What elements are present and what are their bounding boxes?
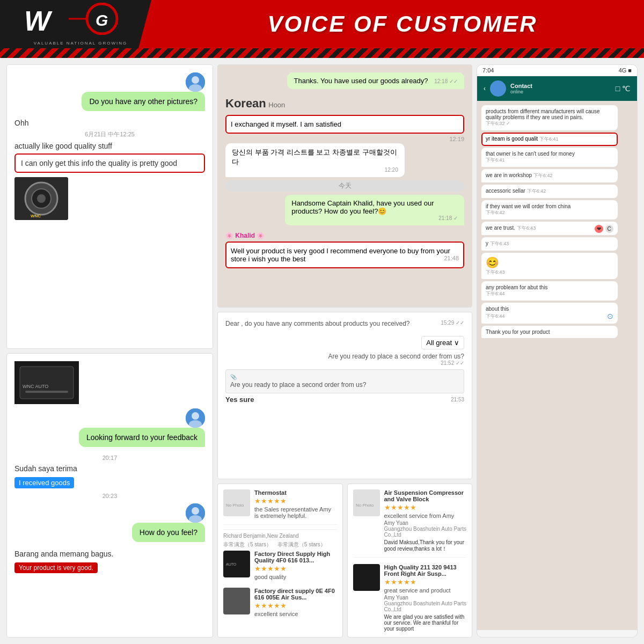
- korean-name: Korean: [225, 97, 266, 110]
- svg-point-20: [192, 507, 199, 515]
- svg-text:WNC AUTO: WNC AUTO: [23, 384, 48, 389]
- svg-text:G: G: [96, 11, 108, 29]
- today-label: 今天: [225, 180, 464, 192]
- review-company-right-1: Guangzhou Boashutein Auto Parts Co.,Ltd: [384, 526, 467, 538]
- phone-avatar: [490, 80, 506, 97]
- send-icon[interactable]: ⊙: [607, 312, 613, 320]
- review-content-2: Factory Direct Supply High Quality 4F0 6…: [254, 551, 337, 581]
- emoji-smiley: 😊: [486, 256, 613, 269]
- fb-msg-box: 📎 Are you ready to place a second order …: [225, 369, 464, 393]
- review-content-1: Thermostat ★★★★★ the Sales representativ…: [254, 489, 337, 520]
- stars-3: ★★★★★: [254, 602, 337, 610]
- phone-contact-sub: online: [510, 89, 611, 94]
- phone-time-3: 下午6:42: [533, 173, 553, 178]
- wa-time-satisfied: 12:19: [225, 136, 464, 142]
- phone-msg-2: that owner is he can't used for money 下午…: [481, 148, 618, 167]
- svg-point-10: [37, 194, 46, 203]
- phone-status-bar: 7:04 4G ■: [477, 65, 637, 76]
- avatar-top: [186, 72, 205, 92]
- right-column: 7:04 4G ■ ‹ Contact online □ ℃ products …: [477, 64, 638, 638]
- text-barang: Barang anda memang bagus.: [14, 550, 205, 558]
- chat-panel-bottom: WNC AUTO Looking forward to your feedbac…: [6, 353, 213, 638]
- timestamp-bottom1: 20:17: [14, 455, 205, 461]
- review-author-right-1: Amy Yuan: [384, 520, 467, 526]
- bubble-feel: How do you feel?: [132, 523, 205, 542]
- fb-question2-right: Are you ready to place a second order fr…: [225, 353, 464, 366]
- main-content: Do you have any other pictures? Ohh 6月21…: [0, 58, 644, 644]
- review-panel-right: No Photo Air Suspension Compressor and V…: [347, 484, 473, 638]
- phone-signal: 4G ■: [619, 67, 632, 74]
- phone-time-problem: 下午6:44: [486, 290, 613, 297]
- header: W G VALUABLE NATIONAL GROWING VOICE OF C…: [0, 0, 644, 48]
- product-image-2: WNC AUTO: [14, 361, 79, 404]
- stars-right-1: ★★★★★: [384, 503, 467, 511]
- logo-subtitle: VALUABLE NATIONAL GROWING: [21, 41, 140, 46]
- wa-sender-khalid: 🌸 Khalid 🌸: [225, 232, 464, 239]
- phone-contact-info: Contact online: [510, 83, 611, 94]
- svg-point-17: [192, 412, 199, 420]
- product-image: WNC: [14, 177, 68, 220]
- phone-msg-6: we are trust. 下午6:43 ❤ C: [481, 222, 618, 235]
- review-reply-right-1: David Maksud,Thank you for your good rev…: [384, 539, 467, 553]
- phone-time-2: 下午6:41: [486, 157, 613, 164]
- fb-time-q1: 15:29 ✓✓: [441, 320, 464, 326]
- reaction-icons: ❤ C: [595, 225, 613, 233]
- review-panel-left: No Photo Thermostat ★★★★★ the Sales repr…: [217, 484, 343, 638]
- logo-area: W G VALUABLE NATIONAL GROWING: [0, 0, 161, 48]
- review-company-right-2: Guangzhou Boashutein Auto Parts Co.,Ltd: [384, 601, 467, 612]
- fb-time-answer: 21:53: [451, 397, 464, 402]
- stars-right-2: ★★★★★: [384, 578, 467, 586]
- text-quality: actually like good quality stuff: [14, 142, 205, 150]
- highlighted-product-good: Your product is very good.: [14, 562, 98, 573]
- review-reply-right-2: We are glad you are satisfied with our s…: [384, 614, 467, 632]
- svg-text:No Photo: No Photo: [356, 503, 374, 508]
- phone-icons: □ ℃: [616, 84, 631, 93]
- page-title: VOICE OF CUSTOMER: [268, 11, 538, 37]
- review-thumb-right-2: [353, 564, 380, 591]
- phone-time-1: 下午6:32 ✓: [486, 120, 613, 127]
- phone-msg-thank: Thank you for your product: [481, 326, 618, 338]
- left-column: Do you have any other pictures? Ohh 6月21…: [6, 64, 213, 638]
- logo-text: W G: [21, 3, 140, 40]
- phone-time-emoji: 下午6:43: [486, 269, 613, 276]
- bubble-feedback: Looking forward to your feedback: [79, 428, 205, 447]
- phone-panel: 7:04 4G ■ ‹ Contact online □ ℃ products …: [477, 64, 638, 638]
- review-product-3: Factory direct supply 0E 4F0 616 005E Ai…: [254, 588, 337, 601]
- phone-time-6: 下午6:43: [517, 225, 536, 231]
- svg-text:No Photo: No Photo: [226, 503, 244, 508]
- phone-msg-y: у 下午6:43: [481, 237, 618, 251]
- text-sudah: Sudah saya terima: [14, 464, 205, 473]
- wa-highlighted-satisfied: I exchanged it myself. I am satisfied: [225, 115, 464, 134]
- review-item-right-2: High Quality 211 320 9413 Front Right Ai…: [353, 562, 467, 632]
- header-title-area: VOICE OF CUSTOMER: [161, 0, 644, 48]
- fb-answer-row: Yes sure 21:53: [225, 396, 464, 404]
- stars-1: ★★★★★: [254, 497, 337, 505]
- phone-msg-about: about this 下午6:44 ⊙: [481, 303, 618, 324]
- wa-msg-used-goods: Thanks. You have used our goods already?…: [287, 72, 464, 89]
- reviews-row: No Photo Thermostat ★★★★★ the Sales repr…: [217, 484, 472, 638]
- fb-question1: Dear , do you have any comments about pr…: [225, 320, 410, 327]
- phone-msg-4: accessoric sellar 下午6:42: [481, 185, 618, 198]
- phone-time-5: 下午6:42: [486, 209, 613, 216]
- review-product-right-1: Air Suspension Compressor and Valve Bloc…: [384, 489, 467, 502]
- review-text-1: the Sales representative Amy is extremel…: [254, 506, 337, 519]
- review-content-right-1: Air Suspension Compressor and Valve Bloc…: [384, 489, 467, 553]
- highlighted-info: I can only get this info the quality is …: [14, 153, 205, 173]
- fb-dropdown[interactable]: All great ∨: [421, 336, 464, 349]
- review-text-3: excellent service: [254, 611, 337, 617]
- svg-rect-15: [25, 391, 68, 393]
- svg-text:WNC: WNC: [31, 214, 41, 218]
- fb-answer-right: All great ∨: [225, 336, 464, 349]
- stars-2: ★★★★★: [254, 565, 337, 573]
- back-icon[interactable]: ‹: [484, 85, 486, 92]
- wa-msg-captain: Handsome Captain Khalid, have you used o…: [285, 195, 464, 225]
- review-product-2: Factory Direct Supply High Quality 4F0 6…: [254, 551, 337, 564]
- review-service: 非常满意（5 stars） 非常满意（5 stars）: [223, 541, 337, 548]
- avatar-bottom2: [186, 503, 205, 523]
- phone-time: 7:04: [482, 67, 494, 74]
- review-text-right-2: great service and product: [384, 587, 467, 594]
- svg-point-5: [192, 76, 199, 84]
- svg-rect-26: [223, 588, 250, 614]
- highlighted-received: I received goods: [14, 477, 74, 488]
- feedback-panel: Dear , do you have any comments about pr…: [217, 312, 472, 479]
